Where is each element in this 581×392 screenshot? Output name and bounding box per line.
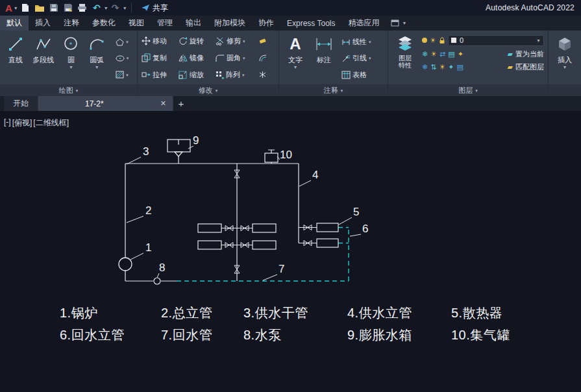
layer-bulb-icon[interactable] bbox=[422, 38, 427, 43]
ribbon-tab-manage[interactable]: 管理 bbox=[151, 16, 179, 31]
layer-tool-icon[interactable]: ▤ bbox=[457, 63, 464, 71]
ribbon-display-caret-icon[interactable]: ▼ bbox=[402, 21, 406, 25]
offset-button[interactable] bbox=[257, 50, 275, 66]
match-layer-button[interactable]: 匹配图层 bbox=[515, 62, 544, 72]
polyline-button[interactable]: 多段线 bbox=[29, 32, 58, 84]
copy-button[interactable]: 复制 bbox=[140, 50, 177, 66]
undo-caret-icon[interactable]: ▼ bbox=[104, 6, 108, 10]
leader-button[interactable]: 引线▾ bbox=[339, 51, 384, 66]
panel-strip-insert[interactable] bbox=[549, 84, 581, 96]
ribbon-tab-view[interactable]: 视图 bbox=[122, 16, 151, 31]
panel-strip-annotate[interactable]: 注释▾ bbox=[279, 84, 388, 96]
explode-icon bbox=[258, 71, 267, 79]
doc-tab-start[interactable]: 开始 bbox=[4, 96, 38, 111]
ribbon-tab-express-tools[interactable]: Express Tools bbox=[280, 16, 341, 31]
leader-caret-icon: ▾ bbox=[369, 56, 371, 60]
layer-color-swatch bbox=[451, 38, 456, 43]
layer-tool-icon[interactable]: ▤ bbox=[448, 50, 454, 58]
layer-tool-icon[interactable]: ☀ bbox=[439, 63, 445, 71]
ribbon-tab-insert[interactable]: 插入 bbox=[29, 16, 57, 31]
ellipse-icon bbox=[116, 55, 125, 62]
redo-button[interactable]: ↷ bbox=[108, 1, 123, 14]
erase-button[interactable] bbox=[257, 33, 275, 49]
explode-button[interactable] bbox=[257, 67, 275, 82]
panel-strip-layers[interactable]: 图层▾ bbox=[388, 84, 548, 96]
doc-tab-current-label: 17-2* bbox=[85, 99, 104, 108]
schematic-number-3: 3 bbox=[143, 145, 149, 158]
save-as-button[interactable] bbox=[61, 1, 75, 14]
layer-tool-icon[interactable]: ❄ bbox=[422, 63, 428, 71]
dimension-button[interactable]: 标注 bbox=[309, 32, 339, 84]
scale-button[interactable]: 缩放 bbox=[177, 67, 214, 82]
ribbon-tab-addins[interactable]: 附加模块 bbox=[208, 16, 252, 31]
linear-button[interactable]: 线性▾ bbox=[339, 35, 384, 49]
rotate-button[interactable]: 旋转 bbox=[177, 33, 214, 49]
doc-tab-current[interactable]: 17-2* ✕ bbox=[38, 96, 173, 111]
panel-strip-draw[interactable]: 绘图▾ bbox=[0, 84, 137, 96]
mirror-button[interactable]: 镜像 bbox=[177, 50, 214, 66]
layer-sun-icon[interactable]: ☀ bbox=[430, 36, 436, 44]
hatch-caret-icon: ▾ bbox=[126, 73, 129, 77]
ribbon-tab-featured-apps[interactable]: 精选应用 bbox=[341, 16, 386, 31]
array-button[interactable]: 阵列▾ bbox=[214, 67, 257, 82]
move-button[interactable]: 移动 bbox=[140, 33, 177, 49]
insert-caret-icon: ▼ bbox=[563, 65, 567, 69]
layer-properties-button[interactable]: 图层特性 bbox=[391, 32, 419, 84]
ribbon-tab-collaborate[interactable]: 协作 bbox=[252, 16, 280, 31]
viewport-view-menu[interactable]: [俯视] bbox=[12, 117, 32, 129]
mirror-icon bbox=[179, 54, 188, 62]
table-icon bbox=[341, 71, 351, 79]
ribbon-tab-output[interactable]: 输出 bbox=[179, 16, 208, 31]
layer-lock-icon[interactable] bbox=[439, 37, 445, 44]
share-button[interactable]: 共享 bbox=[141, 3, 168, 14]
table-button[interactable]: 表格 bbox=[339, 67, 384, 82]
trim-button[interactable]: 修剪▾ bbox=[214, 33, 257, 49]
redo-icon: ↷ bbox=[112, 3, 119, 13]
layer-properties-label-1: 图层 bbox=[399, 55, 412, 62]
arc-button[interactable]: 圆弧 ▼ bbox=[84, 32, 110, 84]
circle-button[interactable]: 圆 ▼ bbox=[58, 32, 84, 84]
doc-tab-close-icon[interactable]: ✕ bbox=[160, 99, 166, 108]
text-button[interactable]: A 文字 ▼ bbox=[282, 32, 309, 84]
app-menu-caret-icon[interactable]: ▼ bbox=[14, 6, 18, 10]
layer-tool-icon[interactable]: ✦ bbox=[448, 63, 454, 71]
quick-access-caret-icon[interactable]: ▼ bbox=[123, 6, 127, 10]
radiators bbox=[198, 223, 338, 249]
ribbon-tab-home[interactable]: 默认 bbox=[0, 16, 29, 31]
polygon-button[interactable]: ▾ bbox=[110, 35, 134, 49]
insert-block-button[interactable]: 插入 ▼ bbox=[552, 32, 578, 84]
viewport-controls-menu[interactable]: [-] bbox=[4, 117, 11, 129]
schematic-drawing[interactable]: 3 9 10 4 5 6 2 1 8 7 bbox=[0, 111, 581, 392]
hatch-button[interactable]: ▾ bbox=[110, 67, 134, 82]
ellipse-button[interactable]: ▾ bbox=[110, 51, 134, 66]
layer-tool-icon[interactable]: ✦ bbox=[458, 50, 464, 58]
plot-button[interactable] bbox=[75, 1, 90, 14]
layer-tool-icon[interactable]: ❄ bbox=[422, 50, 428, 58]
leader-lines bbox=[127, 146, 361, 280]
line-button[interactable]: 直线 bbox=[3, 32, 29, 84]
ribbon-tab-parametric[interactable]: 参数化 bbox=[86, 16, 122, 31]
fillet-button[interactable]: 圆角▾ bbox=[214, 50, 257, 66]
new-file-button[interactable] bbox=[18, 1, 32, 14]
air-collector bbox=[265, 150, 278, 164]
autocad-logo[interactable]: A bbox=[5, 3, 12, 14]
trim-caret-icon: ▾ bbox=[243, 39, 245, 43]
save-button[interactable] bbox=[47, 1, 61, 14]
stretch-button[interactable]: 拉伸 bbox=[140, 67, 177, 82]
legend-item: 6.回水立管 bbox=[60, 328, 161, 342]
legend-item: 7.回水管 bbox=[161, 328, 243, 342]
new-drawing-tab-button[interactable]: + bbox=[173, 96, 189, 111]
ribbon-tab-annotate[interactable]: 注释 bbox=[57, 16, 86, 31]
viewport-visual-style-menu[interactable]: [二维线框] bbox=[33, 117, 69, 129]
layer-tool-icon[interactable]: ⇅ bbox=[430, 63, 436, 71]
layer-tool-icon[interactable]: ☀ bbox=[430, 50, 437, 58]
layer-select[interactable]: 0 ▼ bbox=[448, 35, 544, 46]
expansion-tank bbox=[167, 140, 190, 164]
set-current-button[interactable]: 置为当前 bbox=[515, 49, 544, 59]
undo-button[interactable]: ↶ bbox=[90, 1, 104, 14]
ribbon-display-icon[interactable] bbox=[391, 19, 399, 27]
open-file-button[interactable] bbox=[32, 1, 47, 14]
drawing-area[interactable]: [-] [俯视] [二维线框] bbox=[0, 111, 581, 392]
panel-strip-modify[interactable]: 修改▾ bbox=[138, 84, 278, 96]
layer-tool-icon[interactable]: ⇄ bbox=[439, 50, 445, 58]
